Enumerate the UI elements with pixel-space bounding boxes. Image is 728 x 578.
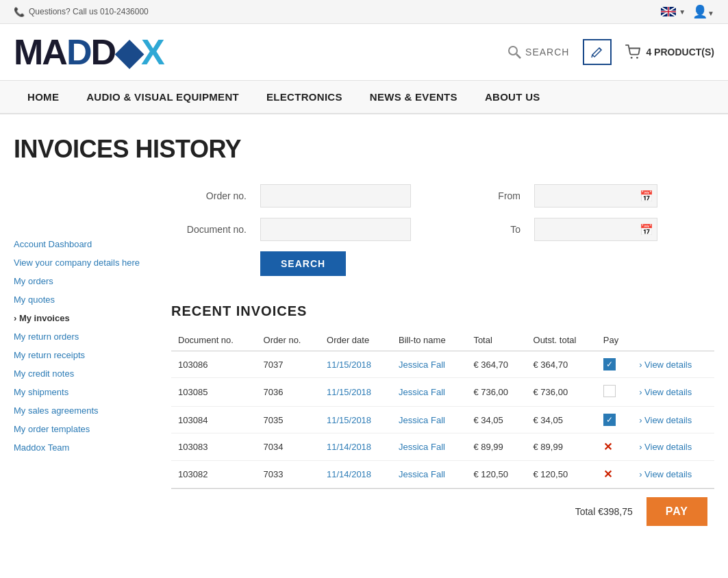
cell-total: € 736,00 [466, 378, 526, 407]
search-icon [507, 45, 521, 59]
cell-total: € 34,05 [466, 407, 526, 434]
view-details-link[interactable]: › View details [639, 415, 692, 425]
pay-empty-icon [603, 385, 616, 397]
from-label: From [445, 190, 520, 201]
col-outst-total: Outst. total [527, 329, 597, 351]
sidebar-item-my-shipments[interactable]: My shipments [14, 387, 151, 397]
recent-invoices-section: RECENT INVOICES Document no. Order no. O… [171, 303, 714, 534]
cell-view-link[interactable]: › View details [632, 461, 714, 488]
pay-checked-icon: ✓ [603, 414, 616, 426]
top-bar-right: ▼ 👤▼ [661, 4, 714, 19]
nav-item-electronics[interactable]: ELECTRONICS [253, 81, 356, 113]
total-label: Total €398,75 [575, 506, 633, 517]
cell-order-date: 11/14/2018 [320, 461, 392, 488]
logo[interactable]: MADD◆X [14, 34, 164, 70]
to-date-wrapper: 📅 [534, 218, 657, 241]
svg-point-12 [636, 57, 638, 59]
cart-area[interactable]: 4 PRODUCT(S) [625, 45, 714, 60]
cell-order-date: 11/14/2018 [320, 434, 392, 461]
content-layout: Account Dashboard View your company deta… [14, 184, 714, 534]
sidebar-item-my-invoices[interactable]: My invoices [14, 313, 151, 323]
edit-icon [591, 46, 603, 58]
pay-checked-icon: ✓ [603, 358, 616, 370]
col-total: Total [466, 329, 526, 351]
edit-button[interactable] [583, 39, 612, 65]
pay-x-icon: ✕ [603, 468, 612, 480]
from-calendar-icon[interactable]: 📅 [640, 190, 653, 203]
table-row: 103082 7033 11/14/2018 Jessica Fall € 12… [171, 461, 714, 488]
flag-icon[interactable]: ▼ [661, 7, 686, 16]
view-details-link[interactable]: › View details [639, 442, 692, 452]
sidebar-item-my-return-orders[interactable]: My return orders [14, 331, 151, 342]
filter-search-row: SEARCH [171, 251, 714, 276]
cell-total: € 364,70 [466, 351, 526, 378]
invoices-table: Document no. Order no. Order date Bill-t… [171, 329, 714, 488]
cell-total: € 120,50 [466, 461, 526, 488]
svg-line-9 [599, 48, 601, 50]
col-actions [632, 329, 714, 351]
nav-item-home[interactable]: HOME [14, 81, 73, 113]
cell-view-link[interactable]: › View details [632, 351, 714, 378]
view-details-link[interactable]: › View details [639, 387, 692, 397]
search-button[interactable]: SEARCH [260, 251, 346, 276]
sidebar-item-my-return-receipts[interactable]: My return receipts [14, 350, 151, 360]
cart-icon [625, 45, 640, 60]
nav-item-about-us[interactable]: ABOUT US [471, 81, 554, 113]
cell-order-date: 11/15/2018 [320, 407, 392, 434]
view-details-link[interactable]: › View details [639, 469, 692, 479]
document-no-input[interactable] [260, 218, 411, 241]
cell-view-link[interactable]: › View details [632, 434, 714, 461]
total-row: Total €398,75 PAY [171, 488, 714, 534]
header-right: SEARCH 4 PRODUCT(S) [507, 39, 714, 65]
document-no-label: Document no. [171, 224, 247, 235]
cell-doc-no: 103086 [171, 351, 257, 378]
cell-view-link[interactable]: › View details [632, 407, 714, 434]
svg-line-10 [592, 55, 592, 58]
cell-doc-no: 103083 [171, 434, 257, 461]
sidebar-item-my-orders[interactable]: My orders [14, 276, 151, 286]
phone-label: Questions? Call us 010-2436000 [29, 7, 149, 16]
page-title: INVOICES HISTORY [14, 135, 714, 164]
col-order-no: Order no. [257, 329, 320, 351]
cell-outst-total: € 89,99 [527, 434, 597, 461]
svg-point-11 [631, 57, 633, 59]
sidebar-item-my-credit-notes[interactable]: My credit notes [14, 368, 151, 379]
col-bill-to: Bill-to name [392, 329, 466, 351]
sidebar-item-my-sales-agreements[interactable]: My sales agreements [14, 405, 151, 416]
nav-item-news-events[interactable]: NEWS & EVENTS [356, 81, 471, 113]
svg-point-7 [509, 47, 517, 55]
to-calendar-icon[interactable]: 📅 [640, 223, 653, 236]
cell-order-date: 11/15/2018 [320, 378, 392, 407]
recent-invoices-title: RECENT INVOICES [171, 303, 714, 319]
sidebar-item-maddox-team[interactable]: Maddox Team [14, 442, 151, 453]
to-label: To [445, 224, 520, 235]
cell-view-link[interactable]: › View details [632, 378, 714, 407]
sidebar-item-my-order-templates[interactable]: My order templates [14, 424, 151, 434]
order-no-label: Order no. [171, 190, 247, 201]
cell-doc-no: 103084 [171, 407, 257, 434]
col-order-date: Order date [320, 329, 392, 351]
from-date-input[interactable] [534, 184, 657, 208]
view-details-link[interactable]: › View details [639, 360, 692, 370]
logo-text: MADD◆X [14, 34, 164, 70]
cell-bill-to: Jessica Fall [392, 378, 466, 407]
cell-bill-to: Jessica Fall [392, 351, 466, 378]
cell-outst-total: € 736,00 [527, 378, 597, 407]
sidebar-item-my-quotes[interactable]: My quotes [14, 294, 151, 305]
cell-order-no: 7035 [257, 407, 320, 434]
search-area[interactable]: SEARCH [507, 45, 569, 59]
sidebar-item-company-details[interactable]: View your company details here [14, 257, 151, 268]
order-no-input[interactable] [260, 184, 411, 208]
sidebar-item-account-dashboard[interactable]: Account Dashboard [14, 239, 151, 249]
page-content: INVOICES HISTORY Account Dashboard View … [0, 114, 728, 555]
chevron-down-icon: ▼ [679, 8, 686, 16]
table-row: 103083 7034 11/14/2018 Jessica Fall € 89… [171, 434, 714, 461]
cell-bill-to: Jessica Fall [392, 407, 466, 434]
cell-pay-status: ✕ [597, 434, 632, 461]
cell-doc-no: 103082 [171, 461, 257, 488]
nav-item-audio-visual[interactable]: AUDIO & VISUAL EQUIPMENT [73, 81, 253, 113]
to-date-input[interactable] [534, 218, 657, 241]
user-icon[interactable]: 👤▼ [692, 4, 714, 19]
col-doc-no: Document no. [171, 329, 257, 351]
pay-button[interactable]: PAY [647, 497, 707, 526]
